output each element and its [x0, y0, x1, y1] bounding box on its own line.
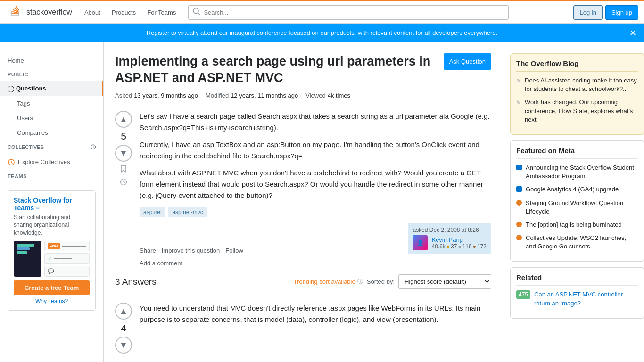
user-card: asked Dec 2, 2008 at 8:26 👤 Kevin Pang 4… [408, 223, 491, 254]
meta-square-icon-1 [516, 165, 522, 170]
sidebar-item-users[interactable]: Users [0, 111, 103, 125]
answer-paragraph: You need to understand that MVC doesn't … [140, 303, 491, 325]
pencil-icon-2: ✎ [516, 99, 521, 107]
free-badge: Free [48, 243, 60, 249]
signup-button[interactable]: Sign up [605, 5, 638, 20]
sidebar-item-home[interactable]: Home [0, 53, 103, 68]
sidebar-item-companies[interactable]: Companies [0, 125, 103, 140]
teams-free-card: Free ──────── [44, 241, 90, 251]
login-button[interactable]: Log in [573, 5, 602, 20]
nav-products[interactable]: Products [107, 5, 140, 20]
modified-label: Modified [206, 92, 229, 99]
asked-label: Asked [115, 92, 132, 99]
follow-link[interactable]: Follow [225, 247, 243, 254]
checkmark-icon: ✓ [48, 255, 52, 262]
meta-circle-icon-3 [516, 200, 522, 206]
modified-meta: Modified 12 years, 11 months ago [206, 92, 298, 99]
upvote-button[interactable]: ▲ [115, 111, 132, 128]
banner-text: Register to virtually attend our inaugur… [147, 29, 497, 36]
why-teams-link[interactable]: Why Teams? [14, 298, 90, 304]
vote-section: ▲ 5 ▼ [115, 111, 132, 267]
trending-label: Trending sort available [294, 278, 355, 285]
logo-text: stackoverflow [26, 8, 72, 16]
question-paragraph-1: Let's say I have a search page called Se… [140, 111, 491, 133]
teams-title: Stack Overflow for Teams – [14, 197, 90, 212]
auth-buttons: Log in Sign up [573, 5, 638, 20]
trending-sort[interactable]: Trending sort available ⓘ [294, 278, 363, 286]
collectives-info-icon[interactable]: ⓘ [91, 144, 96, 151]
blog-item-2: ✎ Work has changed. Our upcoming confere… [516, 98, 638, 124]
asked-meta: Asked 13 years, 9 months ago [115, 92, 198, 99]
question-title: Implementing a search page using url par… [115, 53, 444, 86]
trending-info-icon: ⓘ [357, 278, 363, 286]
pencil-icon-1: ✎ [516, 77, 521, 85]
user-name[interactable]: Kevin Pang [431, 236, 487, 243]
logo[interactable]: stackoverflow [6, 5, 72, 19]
meta-item-1: Announcing the Stack Overflow Student Am… [516, 164, 638, 181]
related-item-1: 475 Can an ASP.NET MVC controller return… [516, 290, 638, 307]
related-link-1[interactable]: Can an ASP.NET MVC controller return an … [534, 290, 638, 307]
tags-area: asp.net asp.net-mvc [140, 207, 491, 217]
meta-item-3: Staging Ground Workflow: Question Lifecy… [516, 199, 638, 216]
sort-select[interactable]: Highest score (default)Date modified (ne… [398, 274, 491, 289]
code-line-3 [17, 251, 27, 254]
history-button[interactable] [120, 178, 127, 187]
sorted-by-section: Trending sort available ⓘ Sorted by: Hig… [294, 274, 491, 289]
meta-link-1[interactable]: Announcing the Stack Overflow Student Am… [526, 164, 638, 181]
meta-circle-icon-4 [516, 222, 522, 227]
bronze-badge-icon: ● [473, 243, 476, 250]
teams-chat-card: 💬 [44, 266, 90, 277]
viewed-meta: Viewed 4k times [305, 92, 350, 99]
code-line-2 [17, 247, 30, 250]
sidebar-item-tags[interactable]: Tags [0, 96, 103, 111]
page-layout: Home PUBLIC Questions Tags Users Compani… [0, 42, 644, 362]
meta-link-4[interactable]: The [option] tag is being burninated [526, 221, 622, 229]
answer-upvote-button[interactable]: ▲ [115, 303, 132, 320]
improve-link[interactable]: Improve this question [162, 247, 220, 254]
share-link[interactable]: Share [140, 247, 156, 254]
banner-close-button[interactable]: ✕ [629, 28, 636, 38]
right-sidebar: The Overflow Blog ✎ Does AI-assisted cod… [503, 42, 644, 362]
create-team-button[interactable]: Create a free Team [14, 280, 90, 295]
meta-link-2[interactable]: Google Analytics 4 (GA4) upgrade [526, 185, 619, 194]
meta-item-5: Collectives Update: WSO2 launches, and G… [516, 234, 638, 251]
tag-aspnet[interactable]: asp.net [140, 207, 165, 217]
meta-link-3[interactable]: Staging Ground Workflow: Question Lifecy… [526, 199, 638, 216]
sidebar-item-questions[interactable]: Questions [0, 81, 103, 96]
meta-link-5[interactable]: Collectives Update: WSO2 launches, and G… [526, 234, 638, 251]
bookmark-button[interactable] [119, 165, 128, 175]
blog-link-1[interactable]: Does AI-assisted coding make it too easy… [525, 76, 638, 93]
teams-cards-preview: Free ──────── ✓ ────── 💬 [44, 241, 90, 277]
gold-badge-count: 37 [451, 243, 457, 250]
answer-downvote-button[interactable]: ▼ [115, 337, 132, 354]
nav-links: About Products For Teams [80, 5, 181, 20]
meta-square-icon-2 [516, 186, 522, 192]
answer-vote-count: 4 [121, 322, 126, 334]
meta-circle-icon-5 [516, 235, 522, 240]
nav-for-teams[interactable]: For Teams [142, 5, 181, 20]
topbar: stackoverflow About Products For Teams L… [0, 0, 644, 24]
question-meta: Asked 13 years, 9 months ago Modified 12… [115, 92, 491, 103]
search-input[interactable] [188, 5, 509, 20]
downvote-button[interactable]: ▼ [115, 145, 132, 162]
bronze-badge-count: 172 [477, 243, 487, 250]
question-footer: Share Improve this question Follow asked… [140, 223, 491, 254]
ask-question-button[interactable]: Ask Question [444, 53, 491, 70]
teams-code-preview [14, 241, 41, 277]
collectives-label: COLLECTIVES [8, 144, 44, 150]
viewed-value: 4k times [328, 92, 350, 99]
blog-box-title: The Overflow Blog [516, 59, 638, 72]
teams-check-card: ✓ ────── [44, 253, 90, 264]
blog-link-2[interactable]: Work has changed. Our upcoming conferenc… [525, 98, 638, 124]
user-asked-date: asked Dec 2, 2008 at 8:26 [413, 227, 487, 233]
question-actions: Share Improve this question Follow [140, 247, 243, 254]
search-box [188, 5, 509, 20]
stackoverflow-logo-icon [6, 5, 25, 19]
sidebar: Home PUBLIC Questions Tags Users Compani… [0, 42, 104, 362]
add-comment-link[interactable]: Add a comment [140, 260, 182, 267]
tag-aspnet-mvc[interactable]: asp.net-mvc [168, 207, 206, 217]
explore-collectives-label: Explore Collectives [18, 158, 70, 165]
modified-value: 12 years, 11 months ago [231, 92, 298, 99]
sidebar-explore-collectives[interactable]: Explore Collectives [0, 155, 103, 170]
nav-about[interactable]: About [80, 5, 105, 20]
